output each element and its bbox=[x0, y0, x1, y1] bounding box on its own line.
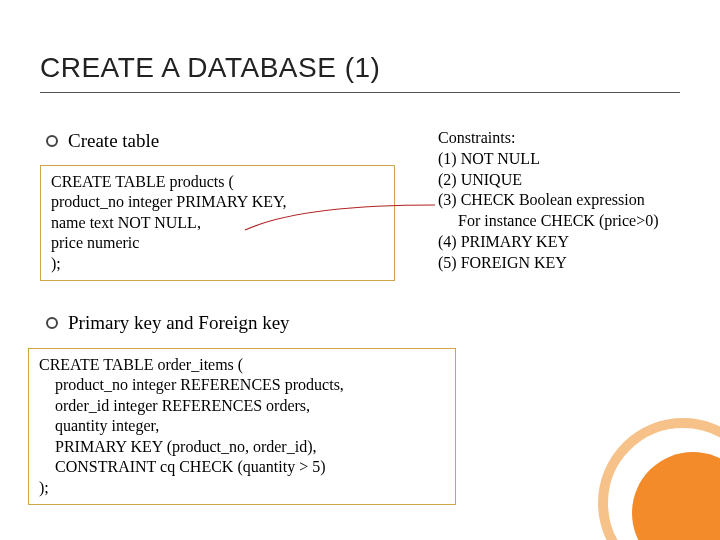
bullet-create-table: Create table bbox=[46, 130, 159, 152]
bullet-primary-foreign: Primary key and Foreign key bbox=[46, 312, 290, 334]
constraints-list: Constraints: (1) NOT NULL (2) UNIQUE (3)… bbox=[438, 128, 659, 274]
bullet-label: Create table bbox=[68, 130, 159, 152]
slide-decoration bbox=[588, 408, 720, 540]
title-underline bbox=[40, 92, 680, 93]
code-block-order-items: CREATE TABLE order_items ( product_no in… bbox=[28, 348, 456, 505]
bullet-icon bbox=[46, 135, 58, 147]
page-title: CREATE A DATABASE (1) bbox=[40, 52, 380, 84]
bullet-icon bbox=[46, 317, 58, 329]
bullet-label: Primary key and Foreign key bbox=[68, 312, 290, 334]
code-block-products: CREATE TABLE products ( product_no integ… bbox=[40, 165, 395, 281]
slide: CREATE A DATABASE (1) Create table CREAT… bbox=[0, 0, 720, 540]
